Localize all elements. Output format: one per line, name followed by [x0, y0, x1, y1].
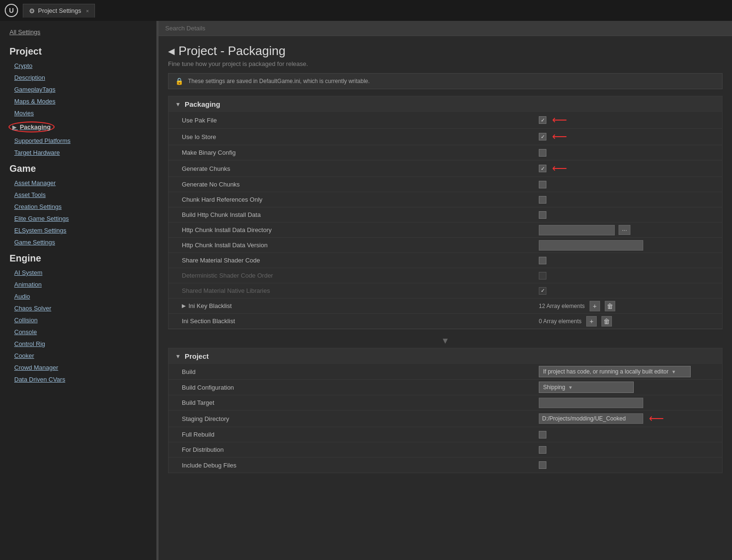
sidebar-item-gameplaytags[interactable]: GameplayTags [0, 84, 156, 95]
setting-row-staging-directory: Staging Directory ⟵ [169, 411, 722, 427]
sidebar-item-supported-platforms[interactable]: Supported Platforms [0, 135, 156, 147]
include-debug-files-label: Include Debug Files [169, 458, 532, 472]
sidebar-item-data-driven-cvars[interactable]: Data Driven CVars [0, 373, 156, 385]
build-http-chunk-checkbox[interactable] [539, 211, 546, 219]
sidebar-item-creation-settings[interactable]: Creation Settings [0, 201, 156, 213]
setting-row-deterministic-shader: Deterministic Shader Code Order [169, 268, 722, 283]
sidebar-item-target-hardware[interactable]: Target Hardware [0, 147, 156, 159]
chunk-hard-references-label: Chunk Hard References Only [169, 193, 532, 206]
search-input[interactable] [159, 21, 732, 36]
setting-row-include-debug-files: Include Debug Files [169, 457, 722, 473]
project-collapse-arrow: ▼ [175, 353, 181, 360]
build-configuration-label: Build Configuration [169, 381, 532, 394]
sidebar-item-control-rig[interactable]: Control Rig [0, 338, 156, 350]
generate-chunks-annotation: ⟵ [552, 162, 567, 175]
sidebar-item-crypto[interactable]: Crypto [0, 60, 156, 72]
project-section-header[interactable]: ▼ Project [169, 348, 722, 364]
staging-directory-input[interactable] [539, 413, 643, 424]
ini-key-blacklist-arrow[interactable]: ▶ [182, 303, 186, 309]
ini-key-blacklist-label: ▶ Ini Key Blacklist [169, 299, 532, 313]
close-icon[interactable]: × [86, 8, 89, 14]
build-dropdown-arrow: ▼ [671, 369, 676, 374]
sidebar-item-movies[interactable]: Movies [0, 107, 156, 119]
array-row-ini-key-blacklist: ▶ Ini Key Blacklist 12 Array elements + … [169, 299, 722, 314]
http-chunk-dir-browse-button[interactable]: ··· [619, 225, 630, 235]
sidebar-item-chaos-solver[interactable]: Chaos Solver [0, 302, 156, 314]
setting-row-generate-chunks: Generate Chunks ⟵ [169, 160, 722, 177]
packaging-section-title: Packaging [185, 100, 220, 108]
make-binary-config-value [532, 147, 722, 159]
sidebar-item-ai-system[interactable]: AI System [0, 267, 156, 279]
use-io-store-label: Use Io Store [169, 130, 532, 144]
ini-key-blacklist-add-button[interactable]: + [590, 301, 600, 311]
chunk-hard-references-checkbox[interactable] [539, 196, 546, 204]
full-rebuild-value [532, 429, 722, 440]
deterministic-shader-checkbox[interactable] [539, 272, 546, 280]
sidebar-item-packaging[interactable]: ▶ Packaging [0, 119, 156, 135]
full-rebuild-checkbox[interactable] [539, 431, 546, 439]
use-io-store-checkbox[interactable] [539, 133, 546, 140]
sidebar-item-elite-game-settings[interactable]: Elite Game Settings [0, 213, 156, 224]
sidebar-item-cooker[interactable]: Cooker [0, 350, 156, 362]
include-debug-files-value [532, 459, 722, 471]
generate-no-chunks-checkbox[interactable] [539, 181, 546, 188]
sidebar-item-game-settings[interactable]: Game Settings [0, 236, 156, 248]
for-distribution-checkbox[interactable] [539, 446, 546, 454]
scroll-down-indicator: ▼ [168, 334, 723, 348]
sidebar-item-elsystem-settings[interactable]: ELSystem Settings [0, 224, 156, 236]
deterministic-shader-value [532, 270, 722, 281]
build-configuration-dropdown[interactable]: Shipping ▼ [539, 382, 634, 393]
setting-row-use-pak-file: Use Pak File ⟵ [169, 112, 722, 129]
ini-section-blacklist-label: Ini Section Blacklist [169, 314, 532, 328]
make-binary-config-checkbox[interactable] [539, 149, 546, 157]
for-distribution-label: For Distribution [169, 443, 532, 457]
http-chunk-dir-input[interactable] [539, 225, 615, 235]
setting-row-full-rebuild: Full Rebuild [169, 427, 722, 442]
ini-key-blacklist-delete-button[interactable]: 🗑 [605, 301, 615, 311]
build-dropdown[interactable]: If project has code, or running a locall… [539, 366, 691, 377]
share-material-shader-checkbox[interactable] [539, 257, 546, 264]
generate-chunks-checkbox[interactable] [539, 165, 546, 172]
ini-section-blacklist-count: 0 Array elements [539, 318, 582, 325]
page-subtitle: Fine tune how your project is packaged f… [168, 60, 723, 67]
sidebar-item-maps-modes[interactable]: Maps & Modes [0, 95, 156, 107]
build-http-chunk-value [532, 209, 722, 221]
include-debug-files-checkbox[interactable] [539, 461, 546, 469]
build-target-value [532, 396, 722, 410]
sidebar-item-asset-manager[interactable]: Asset Manager [0, 177, 156, 189]
shared-material-native-checkbox[interactable] [539, 287, 546, 295]
sidebar-item-description[interactable]: Description [0, 72, 156, 84]
ini-section-blacklist-add-button[interactable]: + [586, 316, 597, 327]
page-title-collapse-arrow[interactable]: ◀ [168, 46, 175, 56]
staging-directory-annotation: ⟵ [649, 412, 664, 425]
setting-row-build-target: Build Target [169, 395, 722, 411]
sidebar-item-console[interactable]: Console [0, 326, 156, 338]
setting-row-make-binary-config: Make Binary Config [169, 145, 722, 160]
packaging-section-header[interactable]: ▼ Packaging [169, 96, 722, 112]
ini-section-blacklist-delete-button[interactable]: 🗑 [601, 316, 612, 327]
shared-material-native-value [532, 285, 722, 297]
build-http-chunk-label: Build Http Chunk Install Data [169, 208, 532, 222]
http-chunk-version-input[interactable] [539, 240, 643, 251]
packaging-collapse-arrow: ▼ [175, 101, 181, 108]
chunk-hard-references-value [532, 194, 722, 205]
setting-row-build-configuration: Build Configuration Shipping ▼ [169, 380, 722, 395]
staging-directory-label: Staging Directory [169, 412, 532, 426]
share-material-shader-label: Share Material Shader Code [169, 253, 532, 267]
packaging-arrow: ▶ [12, 124, 16, 130]
use-pak-file-checkbox[interactable] [539, 116, 546, 124]
sidebar: All Settings Project Crypto Description … [0, 21, 157, 560]
build-target-input[interactable] [539, 398, 643, 408]
project-settings-tab[interactable]: ⚙ Project Settings × [23, 4, 95, 18]
build-value: If project has code, or running a locall… [532, 364, 722, 379]
sidebar-item-crowd-manager[interactable]: Crowd Manager [0, 362, 156, 373]
generate-chunks-label: Generate Chunks [169, 162, 532, 176]
sidebar-item-asset-tools[interactable]: Asset Tools [0, 189, 156, 201]
lock-icon: 🔒 [175, 77, 183, 85]
make-binary-config-label: Make Binary Config [169, 146, 532, 159]
all-settings-link[interactable]: All Settings [0, 26, 156, 41]
sidebar-item-animation[interactable]: Animation [0, 279, 156, 290]
info-bar: 🔒 These settings are saved in DefaultGam… [168, 73, 723, 89]
sidebar-item-audio[interactable]: Audio [0, 290, 156, 302]
sidebar-item-collision[interactable]: Collision [0, 314, 156, 326]
